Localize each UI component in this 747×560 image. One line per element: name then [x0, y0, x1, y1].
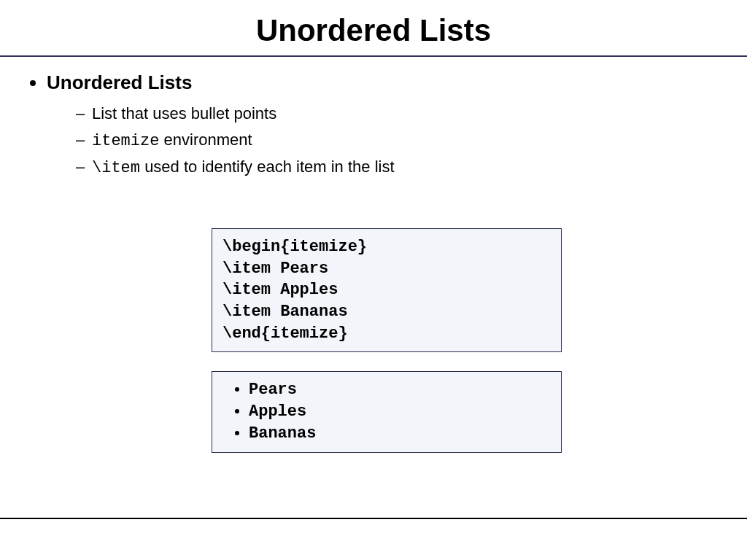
sub-bullet-text: List that uses bullet points: [92, 104, 276, 122]
code-line: \item Bananas: [222, 301, 551, 323]
sub-bullet: List that uses bullet points: [76, 104, 725, 123]
bullet-list: Unordered Lists List that uses bullet po…: [22, 71, 725, 177]
sub-bullet-list: List that uses bullet points itemize env…: [47, 104, 725, 177]
sub-bullet: \item used to identify each item in the …: [76, 158, 725, 177]
content-area: Unordered Lists List that uses bullet po…: [0, 57, 747, 453]
code-line: \begin{itemize}: [222, 236, 551, 258]
sub-bullet: itemize environment: [76, 131, 725, 150]
sub-bullet-text: environment: [159, 131, 252, 149]
bullet-heading: Unordered Lists List that uses bullet po…: [47, 71, 725, 177]
output-item: Bananas: [249, 423, 551, 445]
slide: Unordered Lists Unordered Lists List tha…: [0, 0, 747, 560]
bullet-heading-text: Unordered Lists: [47, 71, 192, 93]
title-area: Unordered Lists: [0, 0, 747, 48]
output-item: Pears: [249, 379, 551, 401]
sub-bullet-text: used to identify each item in the list: [140, 158, 395, 176]
sub-bullet-code: itemize: [92, 132, 159, 150]
code-line: \end{itemize}: [222, 323, 551, 345]
bottom-divider: [0, 518, 747, 519]
output-list: Pears Apples Bananas: [222, 379, 551, 444]
code-line: \item Apples: [222, 279, 551, 301]
sub-bullet-code: \item: [92, 159, 140, 177]
output-item: Apples: [249, 401, 551, 423]
code-box: \begin{itemize} \item Pears \item Apples…: [212, 228, 562, 352]
code-line: \item Pears: [222, 258, 551, 280]
page-title: Unordered Lists: [256, 13, 491, 48]
output-box: Pears Apples Bananas: [212, 371, 562, 452]
example-boxes: \begin{itemize} \item Pears \item Apples…: [212, 228, 562, 453]
